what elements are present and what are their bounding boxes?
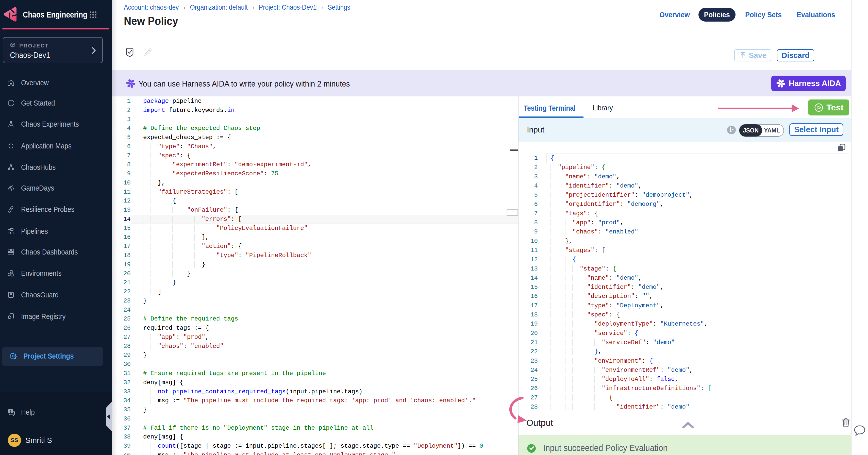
svg-text:?: ?	[10, 410, 12, 413]
